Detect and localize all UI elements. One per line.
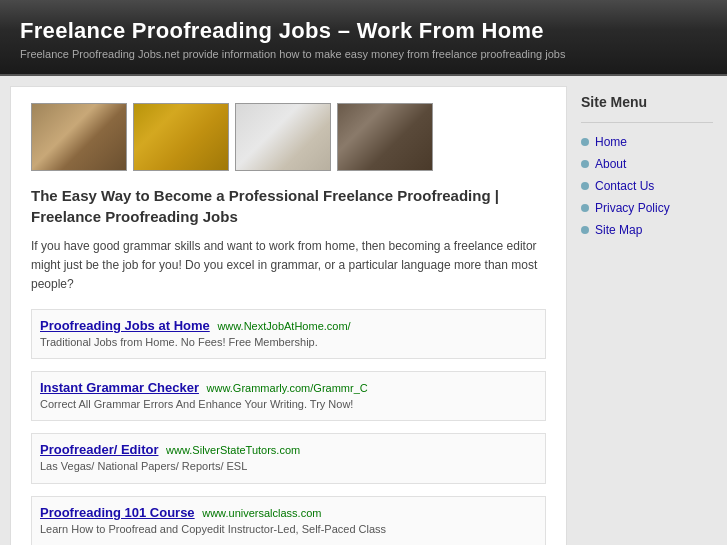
article-title: The Easy Way to Become a Professional Fr… [31,185,546,227]
ad-4-url: www.universalclass.com [202,507,321,519]
menu-dot-privacy [581,204,589,212]
ad-2-line: Instant Grammar Checker www.Grammarly.co… [40,380,537,395]
sidebar: Site Menu Home About Contact Us Privacy … [567,76,727,545]
menu-link-about[interactable]: About [595,157,626,171]
image-typewriter [337,103,433,171]
ad-1-desc: Traditional Jobs from Home. No Fees! Fre… [40,335,537,350]
menu-link-sitemap[interactable]: Site Map [595,223,642,237]
sidebar-item-privacy[interactable]: Privacy Policy [581,197,713,219]
article-body: If you have good grammar skills and want… [31,237,546,295]
sidebar-item-home[interactable]: Home [581,131,713,153]
sidebar-item-contact[interactable]: Contact Us [581,175,713,197]
menu-dot-home [581,138,589,146]
sidebar-menu: Home About Contact Us Privacy Policy Sit… [581,122,713,241]
images-row [31,103,546,171]
ad-4-line: Proofreading 101 Course www.universalcla… [40,505,537,520]
site-header: Freelance Proofreading Jobs – Work From … [0,0,727,76]
ad-1-line: Proofreading Jobs at Home www.NextJobAtH… [40,318,537,333]
menu-link-privacy[interactable]: Privacy Policy [595,201,670,215]
ad-2-link[interactable]: Instant Grammar Checker [40,380,199,395]
ad-3-desc: Las Vegas/ National Papers/ Reports/ ESL [40,459,537,474]
ad-block-3: Proofreader/ Editor www.SilverStateTutor… [31,433,546,483]
ad-block-4: Proofreading 101 Course www.universalcla… [31,496,546,545]
sidebar-item-about[interactable]: About [581,153,713,175]
menu-dot-contact [581,182,589,190]
ad-4-link[interactable]: Proofreading 101 Course [40,505,195,520]
ad-4-desc: Learn How to Proofread and Copyedit Inst… [40,522,537,537]
content-area: The Easy Way to Become a Professional Fr… [10,86,567,545]
sidebar-item-sitemap[interactable]: Site Map [581,219,713,241]
image-pencil [31,103,127,171]
menu-link-contact[interactable]: Contact Us [595,179,654,193]
image-coins [133,103,229,171]
ad-1-link[interactable]: Proofreading Jobs at Home [40,318,210,333]
ad-1-url: www.NextJobAtHome.com/ [217,320,350,332]
sidebar-title: Site Menu [581,94,713,110]
ad-block-2: Instant Grammar Checker www.Grammarly.co… [31,371,546,421]
menu-link-home[interactable]: Home [595,135,627,149]
ad-3-url: www.SilverStateTutors.com [166,444,300,456]
ad-3-line: Proofreader/ Editor www.SilverStateTutor… [40,442,537,457]
ad-block-1: Proofreading Jobs at Home www.NextJobAtH… [31,309,546,359]
main-wrapper: The Easy Way to Become a Professional Fr… [0,76,727,545]
ad-3-link[interactable]: Proofreader/ Editor [40,442,158,457]
image-paper [235,103,331,171]
menu-dot-sitemap [581,226,589,234]
site-title: Freelance Proofreading Jobs – Work From … [20,18,707,44]
site-subtitle: Freelance Proofreading Jobs.net provide … [20,48,707,60]
ad-2-url: www.Grammarly.com/Grammr_C [207,382,368,394]
menu-dot-about [581,160,589,168]
ad-2-desc: Correct All Grammar Errors And Enhance Y… [40,397,537,412]
